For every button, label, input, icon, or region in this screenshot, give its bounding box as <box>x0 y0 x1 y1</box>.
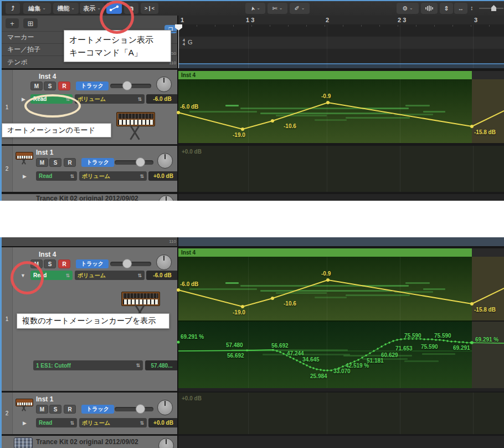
tempo-lane[interactable] <box>178 49 504 68</box>
disclosure-triangle[interactable]: ▶ <box>23 174 27 179</box>
lane-after-region <box>472 71 504 79</box>
volume-slider[interactable] <box>110 262 151 266</box>
pan-knob[interactable] <box>156 254 172 270</box>
mute-button[interactable]: M <box>36 158 48 167</box>
automation-parameter-value: ボリューム <box>82 419 110 427</box>
automation-point-label: 69.291 % <box>475 337 498 343</box>
volume-automation-curve[interactable] <box>178 79 504 143</box>
track-on-button[interactable]: トラック <box>76 82 109 90</box>
automation-point-label: -19.0 <box>233 309 245 315</box>
solo-button[interactable]: S <box>44 82 56 90</box>
pointer-tool-button[interactable]: ➤ ⌄ <box>245 3 265 14</box>
add-track-button[interactable]: + <box>6 18 19 28</box>
volume-slider-thumb[interactable] <box>122 259 132 268</box>
track-header-trance[interactable]: Trance Kit 02 original 2012/09/02 <box>2 436 178 448</box>
track-on-button[interactable]: トラック <box>81 405 114 414</box>
empty-automation-lane[interactable]: +0.0 dB <box>178 393 504 434</box>
global-row-tempo <box>2 237 178 246</box>
track-on-button[interactable]: トラック <box>81 158 114 167</box>
volume-slider-thumb[interactable] <box>136 404 145 414</box>
pan-knob[interactable] <box>156 77 172 92</box>
automation-parameter-dropdown[interactable]: ボリューム ⇅ <box>79 171 147 181</box>
track-name[interactable]: Trance Kit 02 original 2012/09/02 <box>36 438 138 446</box>
catch-playhead-button[interactable]: ⤴ <box>6 3 20 14</box>
subtrack-parameter-dropdown[interactable]: 1 ES1: Cutoff ⇅ <box>33 360 143 370</box>
empty-automation-lane[interactable]: +0.0 dB <box>178 146 504 192</box>
track-name[interactable]: Inst 4 <box>39 251 56 258</box>
disclosure-triangle[interactable]: ▶ <box>22 96 25 102</box>
volume-slider[interactable] <box>115 407 153 411</box>
volume-slider-thumb[interactable] <box>136 157 145 167</box>
automation-value-display[interactable]: -6.0 dB <box>146 271 178 280</box>
ruler-mark: 1 <box>181 17 184 23</box>
track-name[interactable]: Inst 4 <box>39 73 56 80</box>
automation-point-label: 75.590 <box>421 344 438 350</box>
track-header-inst1[interactable]: 2 Inst 1 M S R トラック ▶ Read ⇅ ボリューム ⇅ +0.… <box>2 146 178 192</box>
ruler-mark: 2 <box>326 17 329 23</box>
vertical-zoom-button[interactable]: ⇕ <box>440 3 453 14</box>
automation-point-label: -19.0 <box>233 132 245 138</box>
automation-mode-dropdown[interactable]: Read ⇅ <box>36 171 77 181</box>
track-on-button[interactable]: トラック <box>76 259 109 268</box>
keysig-lane[interactable]: 44 G <box>178 37 504 49</box>
volume-automation-curve[interactable] <box>178 257 504 320</box>
edit-menu-label: 編集 <box>28 4 40 13</box>
edit-menu-button[interactable]: 編集 ⌄ <box>23 3 51 14</box>
bar-ruler[interactable]: 1 1 3 2 2 3 3 <box>178 16 504 25</box>
screenshot-canvas: ⤴ 編集 ⌄ 機能 ⌄ 表示 ⌄ ⧉ <box>0 0 504 448</box>
automation-point-label: 60.629 <box>381 352 398 358</box>
disclosure-triangle[interactable]: ▶ <box>23 420 27 426</box>
automation-parameter-dropdown[interactable]: ボリューム ⇅ <box>79 418 147 427</box>
zoom-slider-thumb[interactable] <box>491 5 496 11</box>
automation-parameter-value: ボリューム <box>78 95 106 103</box>
track-name[interactable]: Inst 1 <box>36 149 53 156</box>
pan-knob[interactable] <box>157 400 173 415</box>
record-enable-button[interactable]: R <box>58 82 70 90</box>
solo-button[interactable]: S <box>44 259 56 268</box>
scissors-tool-button[interactable]: ✄ ⌄ <box>268 3 287 14</box>
track-name[interactable]: Trance Kit 02 original 2012/09/02 <box>36 195 138 201</box>
volume-slider[interactable] <box>115 160 153 165</box>
horizontal-zoom-button[interactable]: ↔ <box>454 3 467 14</box>
horizontal-zoom-icon: ↔ <box>458 5 464 12</box>
automation-value-display[interactable]: -6.0 dB <box>146 94 178 104</box>
pan-knob[interactable] <box>157 153 173 169</box>
flex-button[interactable]: >❙< <box>141 3 158 14</box>
waveform-zoom-button[interactable] <box>421 3 438 14</box>
subtrack-value-display[interactable]: 57.480... <box>145 360 178 370</box>
time-signature: 44 <box>183 38 185 46</box>
automation-parameter-dropdown[interactable]: ボリューム ⇅ <box>75 271 145 280</box>
updown-chevron-icon: ⇅ <box>70 420 74 426</box>
automation-value-display[interactable]: +0.0 dB <box>148 171 178 181</box>
empty-automation-lane <box>178 194 504 201</box>
automation-value-display[interactable]: +0.0 dB <box>148 418 178 427</box>
automation-parameter-dropdown[interactable]: ボリューム ⇅ <box>75 94 145 104</box>
solo-button[interactable]: S <box>49 158 61 167</box>
pan-knob[interactable] <box>158 195 174 201</box>
duplicate-track-button[interactable]: ⊞ <box>23 18 38 28</box>
function-menu-label: 機能 <box>57 4 69 13</box>
mute-button[interactable]: M <box>30 82 43 90</box>
record-enable-button[interactable]: R <box>64 158 76 167</box>
region-header[interactable]: Inst 4 <box>178 248 472 257</box>
snap-settings-button[interactable]: ⚙ ⌄ <box>397 3 419 14</box>
pencil-tool-button[interactable]: ✐ ⌄ <box>290 3 310 14</box>
record-enable-button[interactable]: R <box>58 259 70 268</box>
annotation-automation-view: オートメーション表示 キーコマンド「A」 <box>64 30 171 62</box>
track-header-trance[interactable]: Trance Kit 02 original 2012/09/02 <box>2 194 178 201</box>
pan-knob[interactable] <box>158 438 174 448</box>
record-enable-button[interactable]: R <box>64 405 76 414</box>
mute-button[interactable]: M <box>36 405 48 414</box>
function-menu-button[interactable]: 機能 ⌄ <box>53 3 79 14</box>
ruler-mark: 2 3 <box>398 17 406 23</box>
solo-button[interactable]: S <box>49 405 61 414</box>
region-header[interactable]: Inst 4 <box>178 71 472 79</box>
automation-mode-dropdown[interactable]: Read ⇅ <box>36 418 77 427</box>
automation-point-label: -15.8 dB <box>474 307 496 313</box>
volume-slider[interactable] <box>110 84 151 88</box>
track-name[interactable]: Inst 1 <box>36 395 53 403</box>
track-header-inst1[interactable]: 2 Inst 1 M S R トラック ▶ Read ⇅ ボリューム ⇅ +0.… <box>2 393 178 434</box>
vertical-zoom-arrows[interactable]: ↕ <box>470 4 474 11</box>
volume-slider-thumb[interactable] <box>122 81 132 90</box>
grid-line <box>400 146 400 192</box>
